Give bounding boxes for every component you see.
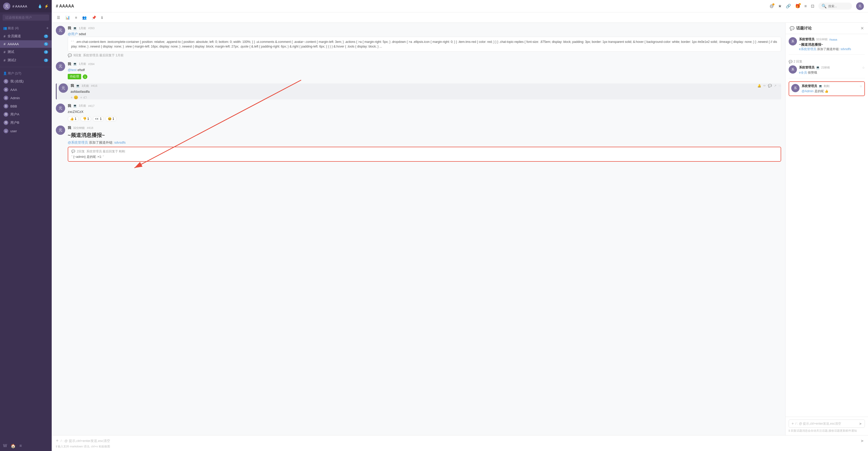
- right-input-field[interactable]: [795, 422, 858, 425]
- more-icon[interactable]: ···: [779, 84, 781, 88]
- toolbar-list-btn[interactable]: ≡: [73, 14, 79, 21]
- emoji-add-btn[interactable]: + 😊: [70, 95, 78, 99]
- users-section-header[interactable]: 👤 用户 (1/7): [0, 70, 52, 77]
- at-mention: @系统管理员: [68, 140, 88, 144]
- menu-icon[interactable]: ≡: [20, 444, 22, 448]
- drop-icon[interactable]: 💧: [38, 4, 42, 8]
- star-icon2[interactable]: ☆: [862, 66, 865, 69]
- list-icon[interactable]: ≡: [804, 4, 807, 8]
- input-plus-btn[interactable]: +: [56, 438, 59, 444]
- sidebar-item-aaaaa[interactable]: # AAAAA 5: [0, 40, 52, 48]
- bell-icon[interactable]: 🔔: [757, 84, 761, 88]
- sidebar-item-me[interactable]: 元 我 (在线): [0, 77, 52, 86]
- send-button[interactable]: ➤: [861, 438, 864, 443]
- channel-badge: 3: [44, 51, 48, 54]
- user-avatar-me: 元: [4, 79, 8, 84]
- msg-body-417: 我 💻 3天前 #417 zxcZXCzX 👍 1 👎 1 👀 1 😆 1: [68, 104, 781, 122]
- sidebar-item-user[interactable]: u user: [0, 127, 52, 135]
- msg-id: #393: [88, 27, 94, 30]
- msg-time: 1月前: [79, 26, 86, 30]
- msg-id: #416: [91, 84, 97, 87]
- close-panel-btn[interactable]: ✕: [861, 26, 864, 31]
- msg-device: 💻: [73, 104, 77, 107]
- tag-add-btn[interactable]: + 🏷: [80, 95, 87, 99]
- link-icon[interactable]: 🔗: [786, 4, 791, 8]
- msg-content: @用户 sdsd: [68, 32, 781, 37]
- channels-add-icon[interactable]: +: [46, 26, 49, 30]
- sidebar-item-label: AAA: [10, 88, 17, 92]
- msg-id: #394: [88, 63, 94, 66]
- main-input-box: + ➤: [56, 438, 864, 444]
- edit-icon[interactable]: ✏: [763, 84, 766, 88]
- toolbar-info-btn[interactable]: ℹ: [99, 14, 105, 21]
- at-mention2: e全员: [799, 71, 807, 74]
- emoji-thumbsdown[interactable]: 👎 1: [81, 116, 92, 121]
- home-icon[interactable]: 🏠: [10, 444, 16, 448]
- at-icon[interactable]: @: [770, 4, 774, 8]
- sidebar-search-input[interactable]: [3, 14, 49, 21]
- msg-author: 我: [68, 26, 71, 30]
- wiki-icon[interactable]: W: [3, 444, 7, 448]
- reply-count-section: 💬 2 回复: [788, 58, 865, 65]
- star-icon[interactable]: ★: [778, 4, 782, 8]
- star-icon3[interactable]: ☆: [860, 85, 862, 88]
- table-row: 元 我 💻 3天前 #416 🔔 ✏ 💬 ↗ ··· asfdasfasdfa: [56, 84, 781, 99]
- link-sdvsdfs[interactable]: sdvsdfs: [114, 140, 126, 144]
- toolbar-chart-btn[interactable]: 📊: [63, 14, 72, 21]
- emoji-eyes[interactable]: 👀 1: [93, 116, 104, 121]
- user-avatar-userb: 用: [4, 120, 8, 125]
- reply-box[interactable]: 💬 2回复 系统管理员 最后回复于 刚刚 " {~admin} 是的呢 :+1:…: [68, 147, 781, 162]
- channels-section-header[interactable]: 👥 频道 (4) +: [0, 24, 52, 32]
- user-avatar-admin: A: [4, 96, 8, 100]
- topic-msg-time2: 21秒前: [821, 66, 830, 69]
- topic-msg-meta: 系统管理员 32分钟前 #aaaa: [799, 37, 865, 41]
- topbar-icons: @ ★ 🔗 🎁 ≡ ⊡ 🔍 元: [770, 2, 864, 10]
- main-input-field[interactable]: [61, 439, 859, 443]
- sidebar-item-aaa[interactable]: A AAA: [0, 86, 52, 94]
- avatar: 元: [59, 84, 68, 93]
- toolbar: ☰ 📊 ≡ 👥 📌 ℹ: [52, 12, 868, 23]
- topic-msg-meta2: 系统管理员 💻 21秒前 ☆: [799, 65, 865, 70]
- plus-icon[interactable]: +: [792, 421, 794, 426]
- emoji-laugh[interactable]: 😆 1: [105, 116, 117, 121]
- gift-icon[interactable]: 🎁: [795, 4, 800, 8]
- topbar-avatar[interactable]: 元: [856, 2, 864, 10]
- sidebar-item-test1[interactable]: # 测试 3: [0, 48, 52, 56]
- sidebar-item-all-channel[interactable]: # 全员频道 7: [0, 32, 52, 40]
- topbar-search: 🔍: [818, 3, 852, 9]
- channel-badge: 5: [44, 42, 48, 46]
- reply-count-bar[interactable]: 💬 9回复 系统管理员 最后回复于 1月前: [68, 53, 781, 58]
- toolbar-users-btn[interactable]: 👥: [80, 14, 89, 21]
- topic-msg-author2: 系统管理员: [799, 65, 814, 70]
- channel-badge: 3: [44, 59, 48, 62]
- sidebar-item-label: 测试2: [7, 58, 16, 63]
- sidebar-item-usera[interactable]: 用 用户A: [0, 110, 52, 119]
- sidebar-item-label: 我 (在线): [10, 79, 24, 84]
- channel-title: # AAAAA: [56, 4, 74, 8]
- share-icon2[interactable]: ↗: [774, 84, 776, 88]
- sidebar-item-admin[interactable]: A Admin: [0, 94, 52, 102]
- share-icon[interactable]: ⚡: [44, 4, 49, 8]
- link-sdvsdfs2[interactable]: sdvsdfs: [841, 47, 851, 51]
- comment-icon[interactable]: 💬: [768, 84, 772, 88]
- msg-meta: 我 32分钟前 #418: [68, 126, 781, 130]
- layout-icon[interactable]: ⊡: [811, 4, 814, 8]
- toolbar-menu-btn[interactable]: ☰: [55, 14, 62, 21]
- sidebar-item-userb[interactable]: 用 用户B: [0, 119, 52, 127]
- send-icon[interactable]: ➤: [859, 422, 862, 426]
- toolbar-pin-btn[interactable]: 📌: [90, 14, 98, 21]
- sidebar-item-bbb[interactable]: B BBB: [0, 102, 52, 110]
- reply-header: 💬 2回复 系统管理员 最后回复于 刚刚: [71, 149, 778, 154]
- msg-time: 32分钟前: [73, 126, 85, 130]
- right-panel-title: 💬 话题讨论: [790, 26, 812, 31]
- msg-time: 3天前: [82, 84, 89, 88]
- right-input-area: + ➤ ℹ 回复话题消息会自动关注话题,接收话题更新邮件通知: [785, 417, 868, 435]
- msg-sub-content: @系统管理员 添加了频道外链: sdvsdfs: [68, 140, 781, 145]
- sidebar-item-test2[interactable]: # 测试2 3: [0, 56, 52, 64]
- topbar-search-input[interactable]: [828, 4, 849, 8]
- reply-content: " {~admin} 是的呢 :+1: ": [71, 155, 778, 159]
- users-section: 👤 用户 (1/7) 元 我 (在线) A AAA A Admin B BBB …: [0, 68, 52, 137]
- table-row: 元 我 💻 3天前 #417 zxcZXCzX 👍 1 👎 1 👀 1 😆 1: [56, 104, 781, 122]
- user-avatar-usera: 用: [4, 112, 8, 117]
- emoji-thumbsup[interactable]: 👍 1: [68, 116, 79, 121]
